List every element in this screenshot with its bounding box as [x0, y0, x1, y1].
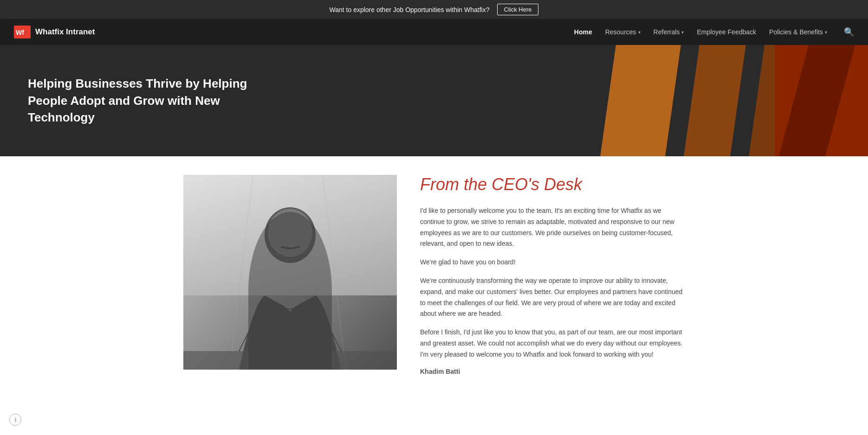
search-button[interactable]: 🔍: [844, 27, 854, 37]
nav-resources[interactable]: Resources ▾: [605, 28, 641, 36]
main-nav: Home Resources ▾ Referrals ▾ Employee Fe…: [574, 27, 854, 37]
nav-referrals[interactable]: Referrals ▾: [654, 28, 684, 36]
ceo-body-text: I'd like to personally welcome you to th…: [420, 205, 685, 360]
ceo-photo: [183, 175, 397, 370]
shape-1: [600, 45, 681, 156]
announcement-bar: Want to explore other Job Opportunities …: [0, 0, 868, 19]
svg-rect-3: [183, 175, 397, 295]
nav-employee-feedback[interactable]: Employee Feedback: [697, 28, 756, 36]
svg-rect-8: [183, 351, 397, 370]
svg-point-7: [268, 209, 312, 257]
ceo-section-title: From the CEO's Desk: [420, 175, 685, 194]
whatfix-logo-icon: Wf: [14, 26, 31, 38]
ceo-para-3: We're continuously transforming the way …: [420, 275, 685, 320]
svg-point-6: [265, 207, 316, 263]
nav-home[interactable]: Home: [574, 28, 592, 36]
hero-section: Helping Businesses Thrive by Helping Peo…: [0, 45, 868, 156]
hero-heading: Helping Businesses Thrive by Helping Peo…: [28, 75, 260, 126]
ceo-photo-svg: [183, 175, 397, 370]
referrals-chevron-icon: ▾: [681, 30, 684, 35]
resources-chevron-icon: ▾: [638, 30, 641, 35]
logo-link[interactable]: Wf Whatfix Intranet: [14, 26, 95, 38]
ceo-image-column: [183, 175, 397, 375]
announcement-text: Want to explore other Job Opportunities …: [330, 6, 490, 13]
svg-text:Wf: Wf: [16, 29, 24, 36]
ceo-para-1: I'd like to personally welcome you to th…: [420, 205, 685, 249]
main-content: From the CEO's Desk I'd like to personal…: [155, 156, 713, 394]
ceo-signature: Khadim Batti: [420, 368, 685, 375]
header: Wf Whatfix Intranet Home Resources ▾ Ref…: [0, 19, 868, 45]
policies-chevron-icon: ▾: [825, 30, 827, 35]
hero-graphic: [543, 45, 868, 156]
search-icon: 🔍: [844, 27, 854, 37]
shape-2: [684, 45, 746, 156]
logo-text: Whatfix Intranet: [35, 27, 95, 37]
hero-text: Helping Businesses Thrive by Helping Peo…: [0, 52, 288, 149]
nav-policies-benefits[interactable]: Policies & Benefits ▾: [769, 28, 827, 36]
ceo-text-column: From the CEO's Desk I'd like to personal…: [397, 175, 685, 375]
hero-shapes: [543, 45, 868, 156]
click-here-button[interactable]: Click Here: [497, 4, 539, 15]
ceo-para-4: Before I finish, I'd just like you to kn…: [420, 327, 685, 360]
ceo-para-2: We're glad to have you on board!: [420, 257, 685, 268]
